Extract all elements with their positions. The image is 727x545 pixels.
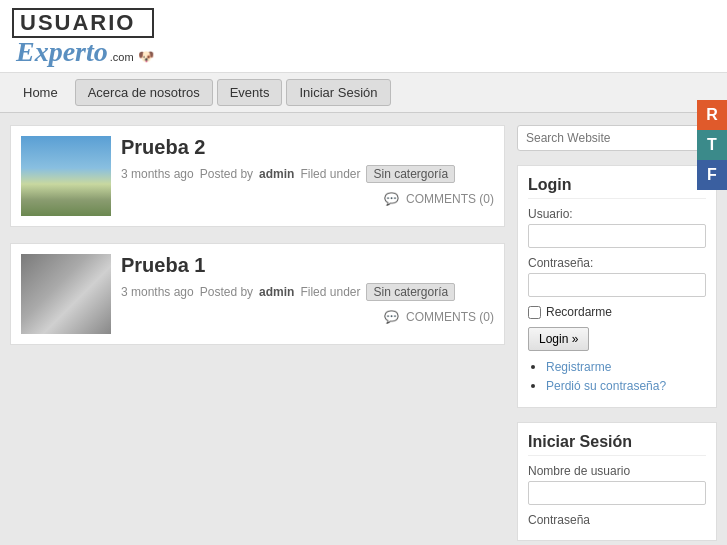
post-author-prueba1[interactable]: admin [259,285,294,299]
icon-t[interactable]: T [697,130,727,160]
nav-bar: Home Acerca de nosotros Events Iniciar S… [0,73,727,113]
post-filedunder-prueba2: Filed under [300,167,360,181]
post-title-prueba2[interactable]: Prueba 2 [121,136,494,159]
post-category-prueba1[interactable]: Sin catergoría [366,283,455,301]
icon-f[interactable]: F [697,160,727,190]
post-image-prueba1 [21,254,111,334]
contrasena-input[interactable] [528,273,706,297]
post-image-prueba2 [21,136,111,216]
iniciar-widget-title: Iniciar Sesión [528,433,706,456]
post-prueba1: Prueba 1 3 months ago Posted by admin Fi… [10,243,505,345]
usuario-label: Usuario: [528,207,706,221]
remember-label: Recordarme [546,305,612,319]
nav-iniciar[interactable]: Iniciar Sesión [286,79,390,106]
main-content: Prueba 2 3 months ago Posted by admin Fi… [0,113,727,545]
iniciar-contrasena-label: Contraseña [528,513,706,527]
iniciar-widget: Iniciar Sesión Nombre de usuario Contras… [517,422,717,541]
post-category-prueba2[interactable]: Sin catergoría [366,165,455,183]
registrarme-link[interactable]: Registrarme [546,360,611,374]
registrarme-item: Registrarme [546,359,706,374]
sidebar-icons: R T F [697,100,727,190]
comments-link-prueba1[interactable]: 💬 COMMENTS (0) [384,310,494,324]
nav-home[interactable]: Home [10,79,71,106]
contrasena-label: Contraseña: [528,256,706,270]
remember-checkbox[interactable] [528,306,541,319]
post-time-prueba2: 3 months ago [121,167,194,181]
login-button[interactable]: Login » [528,327,589,351]
post-content-prueba1: Prueba 1 3 months ago Posted by admin Fi… [121,254,494,334]
nombre-input[interactable] [528,481,706,505]
comment-icon-prueba2: 💬 [384,192,399,206]
post-thumb-prueba1 [21,254,111,334]
search-input[interactable] [517,125,717,151]
post-content-prueba2: Prueba 2 3 months ago Posted by admin Fi… [121,136,494,216]
post-filedunder-prueba1: Filed under [300,285,360,299]
header: USUARIO Experto .com 🐶 [0,0,727,73]
nav-events[interactable]: Events [217,79,283,106]
comment-icon-prueba1: 💬 [384,310,399,324]
post-time-prueba1: 3 months ago [121,285,194,299]
post-meta-prueba1: 3 months ago Posted by admin Filed under… [121,283,494,301]
post-meta-prueba2: 3 months ago Posted by admin Filed under… [121,165,494,183]
post-title-prueba1[interactable]: Prueba 1 [121,254,494,277]
logo-emoji: 🐶 [138,50,154,63]
remember-row: Recordarme [528,305,706,319]
post-thumb-prueba2 [21,136,111,216]
perdio-link[interactable]: Perdió su contraseña? [546,379,666,393]
logo: USUARIO Experto .com 🐶 [12,8,154,66]
nombre-label: Nombre de usuario [528,464,706,478]
post-author-prueba2[interactable]: admin [259,167,294,181]
logo-com: .com [110,52,134,63]
logo-top: USUARIO [12,8,154,38]
sidebar: Login Usuario: Contraseña: Recordarme Lo… [517,125,717,545]
post-prueba2: Prueba 2 3 months ago Posted by admin Fi… [10,125,505,227]
post-postedby-prueba2: Posted by [200,167,253,181]
post-comments-prueba1: 💬 COMMENTS (0) [121,309,494,324]
login-widget: Login Usuario: Contraseña: Recordarme Lo… [517,165,717,408]
login-widget-title: Login [528,176,706,199]
logo-bottom: Experto [12,38,108,66]
post-postedby-prueba1: Posted by [200,285,253,299]
usuario-input[interactable] [528,224,706,248]
comments-link-prueba2[interactable]: 💬 COMMENTS (0) [384,192,494,206]
nav-acerca[interactable]: Acerca de nosotros [75,79,213,106]
post-comments-prueba2: 💬 COMMENTS (0) [121,191,494,206]
posts-area: Prueba 2 3 months ago Posted by admin Fi… [10,125,517,545]
icon-r[interactable]: R [697,100,727,130]
login-links: Registrarme Perdió su contraseña? [528,359,706,393]
perdio-item: Perdió su contraseña? [546,378,706,393]
